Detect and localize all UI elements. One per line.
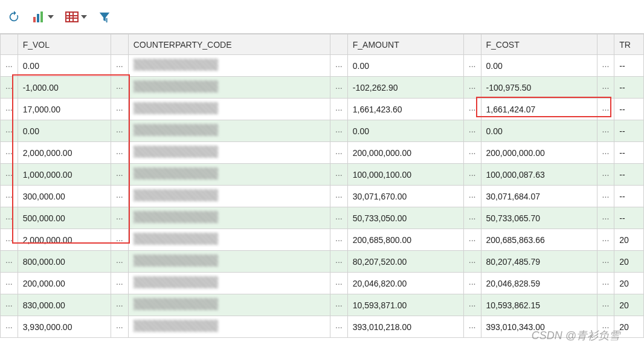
cell-fvol[interactable]: 2,000,000.00 bbox=[18, 142, 111, 164]
table-row[interactable]: ···500,000.00······50,733,050.00···50,73… bbox=[1, 207, 644, 229]
cell-fcost[interactable]: 100,000,087.63 bbox=[481, 164, 597, 186]
cell-counterparty[interactable] bbox=[128, 55, 330, 77]
table-row[interactable]: ···1,000,000.00······100,000,100.00···10… bbox=[1, 164, 644, 186]
grid-button[interactable] bbox=[65, 10, 87, 24]
cell-fvol[interactable]: 0.00 bbox=[18, 120, 111, 142]
row-ellipsis-button[interactable]: ··· bbox=[111, 294, 129, 316]
row-ellipsis-button[interactable]: ··· bbox=[111, 120, 129, 142]
row-ellipsis-button[interactable]: ··· bbox=[597, 164, 614, 186]
cell-tr[interactable]: 20 bbox=[614, 294, 644, 316]
table-row[interactable]: ···200,000.00······20,046,820.00···20,04… bbox=[1, 273, 644, 294]
row-ellipsis-button[interactable]: ··· bbox=[597, 120, 614, 142]
row-ellipsis-button[interactable]: ··· bbox=[463, 316, 481, 338]
row-ellipsis-button[interactable]: ··· bbox=[463, 77, 481, 99]
refresh-button[interactable] bbox=[7, 10, 21, 24]
cell-famount[interactable]: 200,685,800.00 bbox=[347, 229, 463, 251]
cell-counterparty[interactable] bbox=[128, 142, 330, 164]
header-fcost[interactable]: F_COST bbox=[481, 34, 597, 55]
row-ellipsis-button[interactable]: ··· bbox=[111, 55, 129, 77]
filter-button[interactable] bbox=[98, 10, 111, 24]
row-ellipsis-button[interactable]: ··· bbox=[597, 142, 614, 164]
row-ellipsis-button[interactable]: ··· bbox=[1, 251, 18, 273]
row-ellipsis-button[interactable]: ··· bbox=[463, 251, 481, 273]
row-ellipsis-button[interactable]: ··· bbox=[111, 142, 129, 164]
row-ellipsis-button[interactable]: ··· bbox=[111, 186, 129, 207]
row-ellipsis-button[interactable]: ··· bbox=[463, 164, 481, 186]
table-row[interactable]: ···-1,000.00······-102,262.90···-100,975… bbox=[1, 77, 644, 99]
row-ellipsis-button[interactable]: ··· bbox=[1, 229, 18, 251]
cell-fcost[interactable]: 200,000,000.00 bbox=[481, 142, 597, 164]
table-row[interactable]: ···2,000,000.00······200,685,800.00···20… bbox=[1, 229, 644, 251]
row-ellipsis-button[interactable]: ··· bbox=[1, 207, 18, 229]
cell-fcost[interactable]: -100,975.50 bbox=[481, 77, 597, 99]
cell-fvol[interactable]: 500,000.00 bbox=[18, 207, 111, 229]
row-ellipsis-button[interactable]: ··· bbox=[1, 186, 18, 207]
cell-fcost[interactable]: 80,207,485.79 bbox=[481, 251, 597, 273]
cell-famount[interactable]: 100,000,100.00 bbox=[347, 164, 463, 186]
header-tr[interactable]: TR bbox=[614, 34, 644, 55]
row-ellipsis-button[interactable]: ··· bbox=[1, 164, 18, 186]
cell-tr[interactable]: 20 bbox=[614, 273, 644, 294]
cell-famount[interactable]: 1,661,423.60 bbox=[347, 99, 463, 120]
row-ellipsis-button[interactable]: ··· bbox=[330, 99, 348, 120]
row-ellipsis-button[interactable]: ··· bbox=[463, 186, 481, 207]
row-ellipsis-button[interactable]: ··· bbox=[597, 77, 614, 99]
cell-counterparty[interactable] bbox=[128, 164, 330, 186]
row-ellipsis-button[interactable]: ··· bbox=[1, 120, 18, 142]
row-ellipsis-button[interactable]: ··· bbox=[330, 316, 348, 338]
row-ellipsis-button[interactable]: ··· bbox=[1, 273, 18, 294]
table-row[interactable]: ···17,000.00······1,661,423.60···1,661,4… bbox=[1, 99, 644, 120]
row-ellipsis-button[interactable]: ··· bbox=[330, 142, 348, 164]
row-ellipsis-button[interactable]: ··· bbox=[1, 77, 18, 99]
row-ellipsis-button[interactable]: ··· bbox=[597, 55, 614, 77]
cell-tr[interactable]: -- bbox=[614, 77, 644, 99]
row-ellipsis-button[interactable]: ··· bbox=[330, 207, 348, 229]
cell-counterparty[interactable] bbox=[128, 294, 330, 316]
row-ellipsis-button[interactable]: ··· bbox=[463, 207, 481, 229]
row-ellipsis-button[interactable]: ··· bbox=[111, 316, 129, 338]
data-grid[interactable]: F_VOL COUNTERPARTY_CODE F_AMOUNT F_COST … bbox=[0, 34, 644, 338]
cell-tr[interactable]: -- bbox=[614, 142, 644, 164]
row-ellipsis-button[interactable]: ··· bbox=[463, 99, 481, 120]
row-ellipsis-button[interactable]: ··· bbox=[111, 207, 129, 229]
cell-fcost[interactable]: 200,685,863.66 bbox=[481, 229, 597, 251]
cell-counterparty[interactable] bbox=[128, 99, 330, 120]
cell-counterparty[interactable] bbox=[128, 77, 330, 99]
cell-fvol[interactable]: 300,000.00 bbox=[18, 186, 111, 207]
cell-famount[interactable]: 30,071,670.00 bbox=[347, 186, 463, 207]
row-ellipsis-button[interactable]: ··· bbox=[597, 99, 614, 120]
cell-tr[interactable]: -- bbox=[614, 99, 644, 120]
cell-famount[interactable]: 200,000,000.00 bbox=[347, 142, 463, 164]
row-ellipsis-button[interactable]: ··· bbox=[1, 55, 18, 77]
row-ellipsis-button[interactable]: ··· bbox=[597, 229, 614, 251]
row-ellipsis-button[interactable]: ··· bbox=[1, 142, 18, 164]
cell-fvol[interactable]: 800,000.00 bbox=[18, 251, 111, 273]
table-row[interactable]: ···830,000.00······10,593,871.00···10,59… bbox=[1, 294, 644, 316]
cell-counterparty[interactable] bbox=[128, 207, 330, 229]
row-ellipsis-button[interactable]: ··· bbox=[111, 99, 129, 120]
cell-fvol[interactable]: 3,930,000.00 bbox=[18, 316, 111, 338]
cell-tr[interactable]: 20 bbox=[614, 251, 644, 273]
row-ellipsis-button[interactable]: ··· bbox=[597, 273, 614, 294]
cell-fcost[interactable]: 20,046,828.59 bbox=[481, 273, 597, 294]
cell-fvol[interactable]: 0.00 bbox=[18, 55, 111, 77]
row-ellipsis-button[interactable]: ··· bbox=[463, 120, 481, 142]
table-row[interactable]: ···300,000.00······30,071,670.00···30,07… bbox=[1, 186, 644, 207]
cell-famount[interactable]: 80,207,520.00 bbox=[347, 251, 463, 273]
row-ellipsis-button[interactable]: ··· bbox=[330, 164, 348, 186]
cell-famount[interactable]: 50,733,050.00 bbox=[347, 207, 463, 229]
row-ellipsis-button[interactable]: ··· bbox=[463, 229, 481, 251]
cell-tr[interactable]: -- bbox=[614, 120, 644, 142]
cell-fcost[interactable]: 1,661,424.07 bbox=[481, 99, 597, 120]
table-row[interactable]: ···0.00······0.00···0.00···-- bbox=[1, 120, 644, 142]
row-ellipsis-button[interactable]: ··· bbox=[330, 77, 348, 99]
row-ellipsis-button[interactable]: ··· bbox=[597, 294, 614, 316]
row-ellipsis-button[interactable]: ··· bbox=[111, 164, 129, 186]
cell-fvol[interactable]: 17,000.00 bbox=[18, 99, 111, 120]
table-row[interactable]: ···2,000,000.00······200,000,000.00···20… bbox=[1, 142, 644, 164]
cell-tr[interactable]: -- bbox=[614, 207, 644, 229]
row-ellipsis-button[interactable]: ··· bbox=[330, 251, 348, 273]
row-ellipsis-button[interactable]: ··· bbox=[597, 207, 614, 229]
cell-tr[interactable]: -- bbox=[614, 164, 644, 186]
row-ellipsis-button[interactable]: ··· bbox=[111, 251, 129, 273]
